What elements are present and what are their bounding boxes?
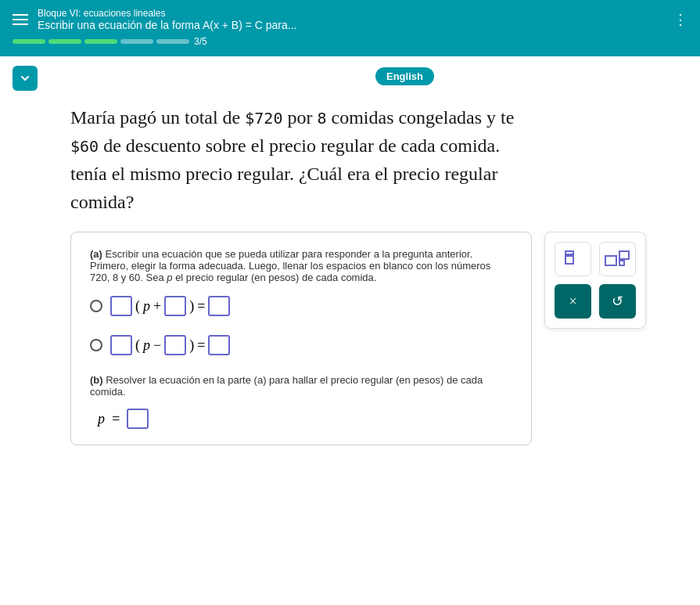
svg-rect-1 xyxy=(565,251,573,254)
more-options-icon[interactable]: ⋮ xyxy=(673,11,687,28)
tool-icon-block2[interactable] xyxy=(599,242,636,276)
input-box-c2[interactable] xyxy=(208,335,230,355)
question-line-3: tenía el mismo precio regular. ¿Cuál era… xyxy=(70,164,497,184)
svg-rect-3 xyxy=(619,251,629,259)
header-bar: Bloque VI: ecuaciones lineales Escribir … xyxy=(0,0,700,56)
tool-icon-block[interactable] xyxy=(555,242,591,276)
minus-sign: − xyxy=(153,337,161,354)
progress-seg-3 xyxy=(84,39,117,44)
paren-open-2: ( xyxy=(135,337,140,354)
radio-plus[interactable] xyxy=(90,300,102,312)
tool-panel: × ↺ xyxy=(544,232,646,445)
p-equals-row: p = xyxy=(90,409,512,429)
math-expr-minus: ( p − ) = xyxy=(110,335,230,355)
input-box-result[interactable] xyxy=(127,409,149,429)
discount-amount: $60 xyxy=(70,137,99,156)
option-row-plus: ( p + ) = xyxy=(90,296,512,316)
language-toggle[interactable]: English xyxy=(375,67,434,85)
input-box-b2[interactable] xyxy=(164,335,186,355)
radio-minus[interactable] xyxy=(90,339,102,351)
input-box-c1[interactable] xyxy=(208,296,230,316)
part-a-label: (a) Escribir una ecuación que se pueda u… xyxy=(90,248,512,283)
svg-rect-2 xyxy=(605,256,616,265)
collapse-button[interactable] xyxy=(13,66,38,91)
content-area: English María pagó un total de $720 por … xyxy=(0,56,700,605)
var-p-2: p xyxy=(143,337,150,354)
input-box-b1[interactable] xyxy=(164,296,186,316)
equals-sign: = xyxy=(111,411,120,427)
module-label: Bloque VI: ecuaciones lineales xyxy=(38,8,297,19)
var-p-result: p xyxy=(98,411,105,427)
tool-box: × ↺ xyxy=(544,232,646,329)
clear-button[interactable]: × xyxy=(555,284,591,319)
part-a: (a) Escribir una ecuación que se pueda u… xyxy=(90,248,512,355)
part-b-label: (b) Resolver la ecuación en la parte (a)… xyxy=(90,374,512,398)
progress-row: 3/5 xyxy=(13,36,687,47)
paren-close-2: ) xyxy=(189,337,194,354)
paren-close-1: ) xyxy=(189,298,194,315)
options-section: ( p + ) = ( xyxy=(90,296,512,355)
progress-seg-4 xyxy=(120,39,153,44)
count: 8 xyxy=(317,109,326,128)
part-a-description: Escribir una ecuación que se pueda utili… xyxy=(90,248,490,283)
question-text: María pagó un total de $720 por 8 comida… xyxy=(0,56,700,232)
input-box-a2[interactable] xyxy=(110,335,132,355)
var-p-1: p xyxy=(143,298,150,315)
tool-row-top xyxy=(555,242,636,276)
math-expr-plus: ( p + ) = xyxy=(110,296,230,316)
part-b-description: Resolver la ecuación en la parte (a) par… xyxy=(90,374,483,398)
tool-row-bottom: × ↺ xyxy=(555,284,636,319)
progress-seg-2 xyxy=(48,39,81,44)
question-line-1: María pagó un total de $720 por 8 comida… xyxy=(70,107,514,128)
amount-total: $720 xyxy=(245,109,282,128)
progress-label: 3/5 xyxy=(194,36,207,47)
progress-segments xyxy=(13,39,189,44)
question-line-4: comida? xyxy=(70,192,134,212)
part-b: (b) Resolver la ecuación en la parte (a)… xyxy=(90,374,512,429)
hamburger-menu[interactable] xyxy=(13,14,28,25)
equals-2: = xyxy=(197,337,205,354)
input-box-a1[interactable] xyxy=(110,296,132,316)
undo-button[interactable]: ↺ xyxy=(599,284,636,319)
equals-1: = xyxy=(197,298,205,315)
problem-box: (a) Escribir una ecuación que se pueda u… xyxy=(70,232,532,445)
progress-seg-1 xyxy=(13,39,45,44)
lesson-title: Escribir una ecuación de la forma A(x + … xyxy=(38,19,297,31)
svg-rect-4 xyxy=(619,261,624,265)
progress-seg-5 xyxy=(156,39,189,44)
paren-open-1: ( xyxy=(135,298,140,315)
question-line-2: $60 de descuento sobre el precio regular… xyxy=(70,135,500,156)
plus-sign: + xyxy=(153,298,161,315)
problem-container: (a) Escribir una ecuación que se pueda u… xyxy=(0,232,700,469)
option-row-minus: ( p − ) = xyxy=(90,335,512,355)
svg-rect-0 xyxy=(565,256,573,264)
